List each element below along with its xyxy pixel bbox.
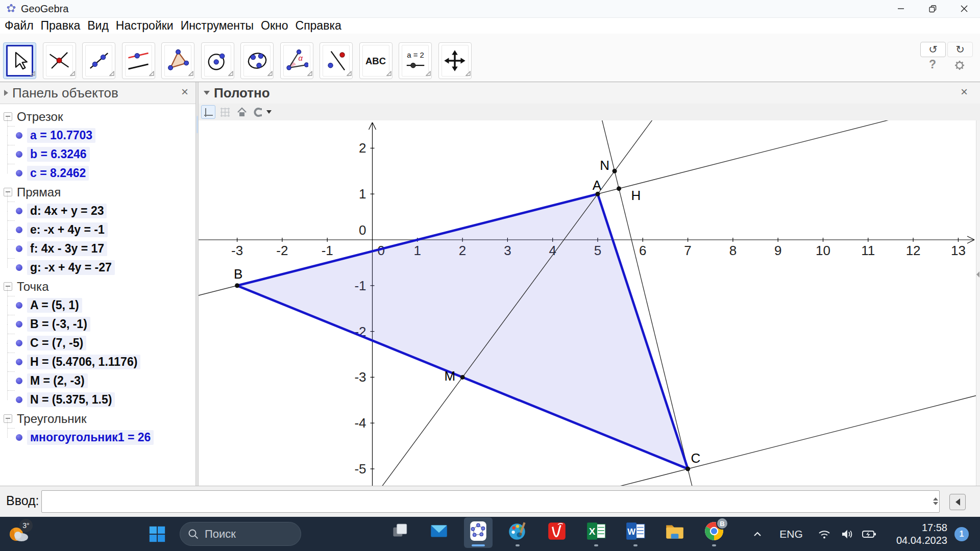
tool-dropdown-icon[interactable] xyxy=(386,69,391,78)
tool-circle[interactable] xyxy=(201,42,234,79)
object-visibility-bullet[interactable] xyxy=(16,434,22,441)
tool-conic[interactable] xyxy=(240,42,274,79)
taskbar-search[interactable]: Поиск xyxy=(180,522,301,546)
notification-badge[interactable]: 1 xyxy=(954,527,969,541)
tool-dropdown-icon[interactable] xyxy=(347,69,352,78)
settings-button[interactable] xyxy=(952,58,967,72)
taskbar-app-chrome[interactable]: B xyxy=(700,517,728,548)
tool-dropdown-icon[interactable] xyxy=(188,69,193,78)
object-visibility-bullet[interactable] xyxy=(16,378,22,384)
object-visibility-bullet[interactable] xyxy=(16,302,22,309)
object-row[interactable]: c = 8.2462 xyxy=(0,164,195,183)
object-row[interactable]: A = (5, 1) xyxy=(0,296,195,315)
weather-widget[interactable]: 3° xyxy=(6,520,37,548)
panel-edge-handle[interactable] xyxy=(976,271,979,278)
tray-battery-button[interactable] xyxy=(859,517,880,551)
menu-item-6[interactable]: Справка xyxy=(292,19,345,33)
object-row[interactable]: f: 4x - 3y = 17 xyxy=(0,239,195,258)
object-row[interactable]: d: 4x + y = 23 xyxy=(0,202,195,220)
tool-move[interactable] xyxy=(3,42,36,79)
taskbar-app-explorer[interactable] xyxy=(660,517,689,548)
object-visibility-bullet[interactable] xyxy=(16,340,22,346)
object-visibility-bullet[interactable] xyxy=(16,396,22,403)
undo-button[interactable]: ↺ xyxy=(920,42,946,57)
restore-button[interactable] xyxy=(917,0,948,17)
tray-language[interactable]: ENG xyxy=(776,517,806,551)
taskbar-app-word[interactable]: W xyxy=(621,517,650,548)
panel-collapse-icon[interactable] xyxy=(4,90,8,96)
tool-reflect[interactable] xyxy=(320,42,353,79)
algebra-close-button[interactable]: × xyxy=(178,85,191,98)
collapse-group-icon[interactable] xyxy=(4,414,12,423)
point-capturing-button[interactable] xyxy=(252,105,272,119)
point-M[interactable] xyxy=(460,375,465,380)
taskbar-app-taskview[interactable] xyxy=(385,517,414,548)
object-row[interactable]: e: -x + 4y = -1 xyxy=(0,220,195,239)
start-button[interactable] xyxy=(147,524,167,544)
tray-volume-button[interactable] xyxy=(836,517,857,551)
collapse-group-icon[interactable] xyxy=(4,188,12,196)
menu-item-3[interactable]: Настройки xyxy=(112,19,177,33)
coordinate-system[interactable]: -3-2-11234567891011121321-1-2-3-4-500ABC… xyxy=(199,120,976,486)
object-visibility-bullet[interactable] xyxy=(16,170,22,177)
point-B[interactable] xyxy=(235,283,239,288)
menu-item-4[interactable]: Инструменты xyxy=(177,19,257,33)
taskbar-app-mail[interactable] xyxy=(425,517,453,548)
object-row[interactable]: N = (5.375, 1.5) xyxy=(0,390,195,409)
input-help-button[interactable] xyxy=(949,494,966,510)
command-input[interactable] xyxy=(41,490,940,513)
tool-angle[interactable]: α xyxy=(280,42,313,79)
toggle-grid-button[interactable] xyxy=(218,105,232,119)
object-visibility-bullet[interactable] xyxy=(16,151,22,158)
taskbar-app-excel[interactable]: X xyxy=(582,517,610,548)
splitter-scrollbar-thumb[interactable] xyxy=(197,116,198,133)
object-row[interactable]: H = (5.4706, 1.1176) xyxy=(0,353,195,371)
tool-line[interactable] xyxy=(82,42,115,79)
object-visibility-bullet[interactable] xyxy=(16,321,22,328)
redo-button[interactable]: ↻ xyxy=(947,42,973,57)
tool-dropdown-icon[interactable] xyxy=(149,69,154,78)
object-visibility-bullet[interactable] xyxy=(16,208,22,214)
object-visibility-bullet[interactable] xyxy=(16,132,22,139)
input-history-spinner[interactable] xyxy=(933,497,938,505)
menu-item-2[interactable]: Вид xyxy=(84,19,112,33)
object-visibility-bullet[interactable] xyxy=(16,245,22,252)
object-visibility-bullet[interactable] xyxy=(16,264,22,271)
tool-dropdown-icon[interactable] xyxy=(267,69,273,78)
object-visibility-bullet[interactable] xyxy=(16,227,22,233)
panel-expand-icon[interactable] xyxy=(204,91,210,95)
taskbar-app-geogebra[interactable] xyxy=(464,517,493,548)
triangle-fill[interactable] xyxy=(237,194,688,469)
graphics-close-button[interactable]: × xyxy=(958,85,971,98)
tool-point[interactable] xyxy=(43,42,76,79)
tool-dropdown-icon[interactable] xyxy=(70,69,75,78)
point-C[interactable] xyxy=(685,467,690,471)
object-row[interactable]: C = (7, -5) xyxy=(0,334,195,353)
tray-overflow-button[interactable] xyxy=(746,517,769,551)
tool-polygon[interactable] xyxy=(161,42,194,79)
close-button[interactable] xyxy=(948,0,980,17)
object-row[interactable]: многоугольник1 = 26 xyxy=(0,428,195,447)
object-row[interactable]: g: -x + 4y = -27 xyxy=(0,258,195,277)
minimize-button[interactable] xyxy=(885,0,917,17)
tool-dropdown-icon[interactable] xyxy=(30,69,35,78)
tray-wifi-button[interactable] xyxy=(814,517,835,551)
tool-parallel[interactable] xyxy=(122,42,155,79)
menu-item-0[interactable]: Файл xyxy=(1,19,37,33)
menu-item-5[interactable]: Окно xyxy=(257,19,291,33)
taskbar-app-vstat[interactable] xyxy=(543,517,571,548)
graphics-canvas[interactable]: -3-2-11234567891011121321-1-2-3-4-500ABC… xyxy=(199,120,976,486)
point-H[interactable] xyxy=(617,186,621,191)
object-row[interactable]: a = 10.7703 xyxy=(0,126,195,145)
tool-pan[interactable] xyxy=(438,42,472,79)
taskbar-app-paint[interactable] xyxy=(503,517,532,548)
tool-dropdown-icon[interactable] xyxy=(426,69,431,78)
tool-dropdown-icon[interactable] xyxy=(307,69,312,78)
tray-clock[interactable]: 17:58 04.04.2023 xyxy=(896,521,947,547)
collapse-group-icon[interactable] xyxy=(4,112,12,121)
tool-dropdown-icon[interactable] xyxy=(228,69,233,78)
tool-text[interactable]: ABC xyxy=(359,42,393,79)
tool-slider[interactable]: a = 2 xyxy=(399,42,432,79)
object-visibility-bullet[interactable] xyxy=(16,359,22,365)
point-N[interactable] xyxy=(612,169,617,173)
